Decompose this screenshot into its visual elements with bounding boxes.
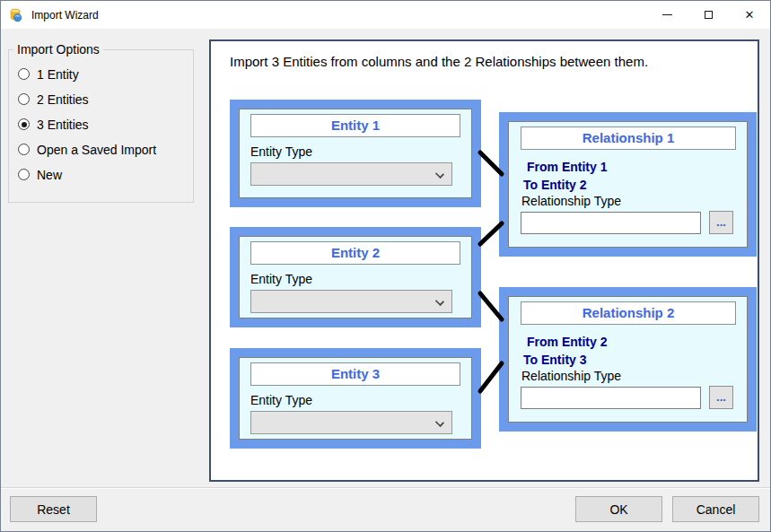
relationship-2-browse-button[interactable]: ... [709, 386, 733, 409]
window-controls: ✕ [646, 1, 770, 29]
relationship-1-from: From Entity 1 [527, 160, 736, 174]
radio-icon [18, 144, 30, 155]
relationship-2-from: From Entity 2 [527, 335, 736, 349]
minimize-icon [662, 14, 672, 15]
chevron-down-icon [435, 170, 444, 179]
radio-label: 3 Entities [37, 118, 89, 132]
entity-2-title: Entity 2 [250, 241, 460, 265]
radio-option-new[interactable]: New [18, 167, 193, 182]
radio-label: 1 Entity [37, 67, 79, 82]
entity-2-type-combobox[interactable] [250, 290, 452, 313]
relationship-1-browse-button[interactable]: ... [709, 211, 733, 234]
maximize-icon [705, 11, 713, 19]
relationship-type-label: Relationship Type [521, 369, 736, 383]
footer-separator [1, 487, 770, 489]
entity-3-title: Entity 3 [250, 362, 460, 386]
radio-icon [18, 68, 30, 80]
entity-1-title: Entity 1 [250, 114, 460, 137]
entity-type-label: Entity Type [250, 272, 460, 286]
relationship-1-type-input[interactable] [521, 212, 701, 234]
radio-option-1-entity[interactable]: 1 Entity [18, 66, 193, 82]
radio-option-open-saved-import[interactable]: Open a Saved Import [18, 142, 193, 157]
entity-type-label: Entity Type [250, 393, 460, 407]
relationship-1-to: To Entity 2 [523, 178, 736, 192]
relationship-2-title: Relationship 2 [521, 301, 736, 325]
radio-icon [18, 169, 30, 180]
entity-1-type-combobox[interactable] [250, 162, 452, 186]
import-options-legend: Import Options [13, 42, 103, 57]
database-import-app-icon [9, 8, 23, 22]
panel-heading: Import 3 Entities from columns and the 2… [230, 54, 648, 69]
radio-icon [18, 118, 30, 130]
close-icon: ✕ [745, 9, 755, 21]
relationship-2-type-input[interactable] [521, 387, 701, 409]
radio-option-2-entities[interactable]: 2 Entities [18, 92, 193, 107]
entity-3-box: Entity 3 Entity Type [230, 348, 481, 449]
titlebar[interactable]: Import Wizard ✕ [1, 1, 770, 29]
entity-2-box: Entity 2 Entity Type [230, 227, 481, 327]
minimize-button[interactable] [646, 1, 688, 29]
diagram-panel: Import 3 Entities from columns and the 2… [209, 39, 759, 482]
relationship-type-label: Relationship Type [521, 194, 736, 208]
radio-label: 2 Entities [37, 92, 89, 107]
entity-type-label: Entity Type [250, 144, 460, 159]
relationship-2-box: Relationship 2 From Entity 2 To Entity 3… [499, 287, 757, 432]
import-wizard-window: Import Wizard ✕ Import Options 1 Entity … [0, 0, 771, 532]
relationship-2-to: To Entity 3 [523, 353, 736, 367]
relationship-1-title: Relationship 1 [521, 126, 736, 150]
close-button[interactable]: ✕ [729, 1, 770, 29]
window-title: Import Wizard [31, 9, 99, 22]
chevron-down-icon [435, 418, 444, 427]
radio-label: Open a Saved Import [37, 143, 156, 157]
entity-1-box: Entity 1 Entity Type [230, 100, 481, 207]
import-options-group: Import Options 1 Entity 2 Entities 3 Ent… [8, 42, 194, 203]
radio-icon [18, 93, 30, 105]
ok-button[interactable]: OK [575, 496, 662, 522]
radio-option-3-entities[interactable]: 3 Entities [18, 117, 193, 132]
reset-button[interactable]: Reset [10, 496, 97, 522]
chevron-down-icon [435, 297, 444, 306]
relationship-1-box: Relationship 1 From Entity 1 To Entity 2… [499, 112, 757, 257]
radio-label: New [37, 168, 62, 182]
entity-3-type-combobox[interactable] [250, 411, 452, 434]
cancel-button[interactable]: Cancel [672, 496, 759, 522]
maximize-button[interactable] [688, 1, 729, 29]
